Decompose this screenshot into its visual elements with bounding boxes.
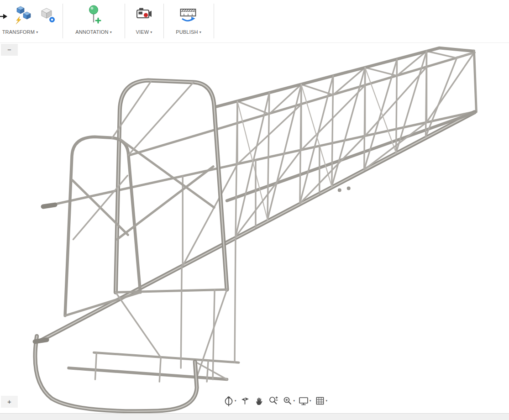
display-settings-button[interactable]: ▾	[297, 394, 312, 408]
camera-record-icon[interactable]	[134, 4, 155, 25]
toolbar-group-transform: TRANSFORM▾	[0, 0, 63, 43]
pan-button[interactable]	[253, 394, 266, 408]
toolbar-dropdown-transform[interactable]: TRANSFORM▾	[0, 29, 46, 35]
annotation-pin-icon[interactable]	[83, 4, 104, 25]
toolbar-label-publish: PUBLISH	[176, 29, 198, 35]
chevron-down-icon: ▾	[36, 30, 38, 34]
move-arrow-icon[interactable]	[0, 11, 8, 21]
chevron-down-icon: ▾	[110, 30, 112, 34]
top-toolbar: TRANSFORM▾ ANNOTATION▾	[0, 0, 509, 43]
pan-hand-icon	[254, 395, 265, 406]
toolbar-dropdown-annotation[interactable]: ANNOTATION▾	[63, 29, 125, 35]
toolbar-label-annotation: ANNOTATION	[75, 29, 108, 35]
fit-button[interactable]: ▾	[281, 394, 296, 408]
fit-icon	[282, 395, 293, 406]
app-window: TRANSFORM▾ ANNOTATION▾	[0, 0, 509, 420]
timeline-strip	[0, 413, 509, 420]
zoom-button[interactable]	[267, 394, 280, 408]
chevron-down-icon[interactable]: ▾	[310, 399, 311, 403]
grid-snaps-button[interactable]: ▾	[314, 394, 329, 408]
orbit-button[interactable]: ▾	[222, 394, 237, 408]
chevron-down-icon[interactable]: ▾	[235, 399, 236, 403]
video-publish-icon[interactable]	[178, 4, 199, 25]
toolbar-dropdown-publish[interactable]: PUBLISH▾	[163, 29, 214, 35]
move-copy-icon[interactable]	[13, 4, 34, 25]
toolbar-group-annotation: ANNOTATION▾	[63, 0, 125, 43]
orbit-icon	[223, 395, 234, 406]
browser-expand-button[interactable]: +	[1, 396, 18, 408]
toolbar-label-view: VIEW	[136, 29, 149, 35]
grid-icon	[315, 395, 325, 406]
browser-collapse-button[interactable]: −	[1, 44, 18, 56]
chevron-down-icon: ▾	[150, 30, 152, 34]
view-navigation-bar: ▾ ▾	[222, 394, 328, 408]
align-icon[interactable]	[37, 4, 58, 25]
look-at-icon	[240, 395, 251, 406]
toolbar-dropdown-view[interactable]: VIEW▾	[125, 29, 163, 35]
look-at-button[interactable]	[239, 394, 252, 408]
toolbar-label-transform: TRANSFORM	[2, 29, 35, 35]
zoom-icon	[268, 395, 279, 406]
chevron-down-icon: ▾	[199, 30, 201, 34]
viewport-canvas[interactable]	[0, 43, 509, 413]
display-settings-icon	[298, 395, 309, 406]
toolbar-group-view: VIEW▾	[125, 0, 163, 43]
toolbar-separator	[214, 4, 214, 38]
toolbar-group-publish: PUBLISH▾	[163, 0, 214, 43]
chevron-down-icon[interactable]: ▾	[326, 399, 328, 403]
fuselage-frame-model	[0, 43, 509, 413]
chevron-down-icon[interactable]: ▾	[294, 399, 295, 403]
